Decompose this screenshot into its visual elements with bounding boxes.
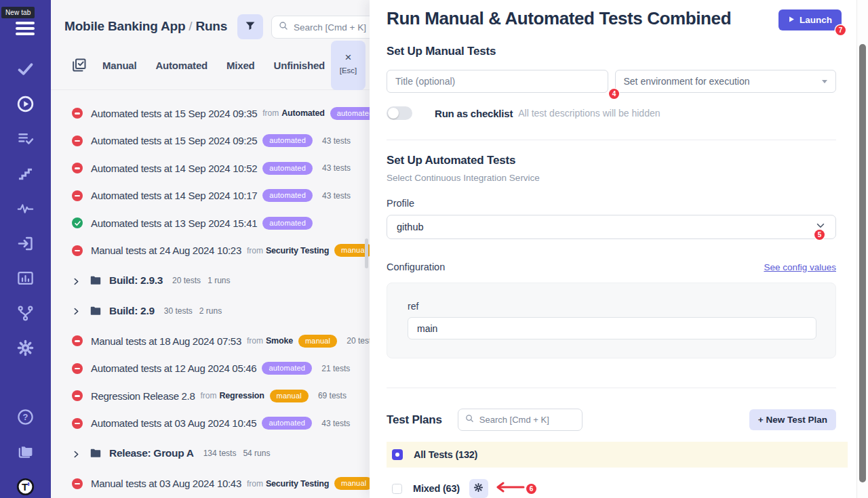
chevron-right-icon[interactable] [72,449,81,458]
runs-list: Automated tests at 15 Sep 2024 09:35from… [51,100,370,497]
see-config-values-link[interactable]: See config values [764,262,836,272]
select-all-icon[interactable] [71,57,87,73]
run-type-badge: manual [334,477,370,490]
list-scrollbar[interactable] [365,238,368,268]
new-test-plan-button[interactable]: + New Test Plan [749,409,836,430]
run-row[interactable]: Manual tests at 03 Aug 2024 10:43fromSec… [51,470,370,498]
chevron-right-icon[interactable] [72,276,81,285]
from-label: from [201,391,217,400]
run-title-input[interactable] [387,70,608,93]
tests-count: 134 tests [203,449,237,458]
settings-icon[interactable] [16,339,35,357]
profile-select[interactable]: github [387,215,836,239]
run-title: Manual tests at 03 Aug 2024 10:43 [91,478,241,489]
run-type-badge: manual [298,335,337,348]
run-title: Automated tests at 14 Sep 2024 10:52 [91,163,257,174]
run-row[interactable]: Automated tests at 03 Aug 2024 10:45auto… [51,410,370,438]
runs-count: 1 runs [208,276,230,285]
test-plan-row-all-tests[interactable]: All Tests (132) [387,442,848,468]
chevron-right-icon[interactable] [72,306,81,315]
checklist-row: Run as checklist All test descriptions w… [387,106,836,120]
environment-select[interactable]: Set environment for execution [615,70,837,93]
tests-count: 43 tests [322,191,351,201]
search-icon [278,20,289,34]
scrollbar-thumb[interactable] [859,44,866,482]
runs-list-panel: Mobile Banking App/Runs Manual Automated… [51,0,370,498]
run-play-icon[interactable] [16,95,35,113]
tab-bar: Manual Automated Mixed Unfinished × [Esc… [51,41,370,90]
ref-input[interactable] [408,317,816,339]
all-tests-checkbox[interactable] [392,449,403,460]
automated-section-heading: Set Up Automated Tests [387,154,836,167]
annotation-5: 5 [814,230,825,240]
close-icon: × [331,51,366,64]
activity-icon[interactable] [16,199,35,217]
run-row[interactable]: Automated tests at 14 Sep 2024 10:17auto… [51,182,370,210]
filter-button[interactable] [237,14,263,39]
run-row[interactable]: Automated tests at 12 Aug 2024 05:46auto… [51,355,370,383]
run-source: Security Testing [266,479,329,489]
launch-button[interactable]: Launch [778,9,842,30]
checklist-label: Run as checklist [435,108,513,119]
page-scrollbar[interactable] [856,0,868,498]
run-row[interactable]: Automated tests at 13 Sep 2024 15:41auto… [51,209,370,237]
status-failed-icon [72,478,83,489]
svg-text:?: ? [23,412,28,422]
run-setup-panel: Run Manual & Automated Tests Combined La… [370,0,856,498]
search-input[interactable] [294,22,370,33]
run-group-row[interactable]: Build: 2.930 tests2 runs [51,297,370,325]
menu-icon[interactable] [16,22,35,38]
tab-mixed[interactable]: Mixed [226,60,255,71]
branch-icon[interactable] [16,304,35,323]
runs-search[interactable] [271,16,370,39]
import-icon[interactable] [16,234,35,253]
steps-icon[interactable] [16,165,35,183]
gear-icon [473,482,484,495]
folder-icon [90,447,102,459]
close-panel-button[interactable]: × [Esc] [331,41,366,90]
run-row[interactable]: Automated tests at 14 Sep 2024 10:52auto… [51,154,370,182]
folder-icon [90,274,102,287]
group-title: Release: Group A [109,447,194,459]
run-group-row[interactable]: Release: Group A134 tests54 runs [51,440,370,468]
projects-icon[interactable] [16,442,35,461]
run-row[interactable]: Manual tests at 18 Aug 2024 07:53fromSmo… [51,327,370,355]
analytics-icon[interactable] [16,269,35,287]
breadcrumb-project[interactable]: Mobile Banking App [64,19,185,33]
status-failed-icon [72,163,83,173]
run-row[interactable]: Regression Release 2.8fromRegressionmanu… [51,382,370,410]
plan-label: Mixed (63) [413,483,460,494]
test-plans-icon[interactable] [16,129,35,148]
run-title: Automated tests at 15 Sep 2024 09:35 [91,108,257,119]
run-row[interactable]: Automated tests at 15 Sep 2024 09:35from… [51,100,370,127]
logo-icon[interactable]: T [16,478,35,496]
mixed-checkbox[interactable] [392,484,402,494]
breadcrumb-page[interactable]: Runs [195,19,227,33]
test-plans-search-input[interactable] [479,415,574,425]
help-icon[interactable]: ? [16,408,35,426]
run-as-checklist-toggle[interactable] [387,106,412,120]
status-passed-icon [72,217,83,228]
test-plans-search[interactable] [458,409,583,431]
tests-count: 20 tests [347,336,370,346]
status-failed-icon [72,245,83,256]
tests-count: 30 tests [164,306,193,316]
tests-count: 43 tests [321,419,350,428]
run-row[interactable]: Automated tests at 15 Sep 2024 09:25auto… [51,127,370,155]
tab-manual[interactable]: Manual [102,60,136,71]
tab-automated[interactable]: Automated [155,60,208,71]
test-plan-row-mixed[interactable]: Mixed (63) 6 [387,476,848,498]
plan-label: All Tests (132) [414,449,477,460]
run-type-badge: automated [262,189,313,202]
check-icon[interactable] [16,60,35,78]
automated-subtitle: Select Continuous Integration Service [387,173,836,183]
runs-count: 2 runs [199,306,222,316]
test-plans-heading: Test Plans [387,413,442,427]
run-row[interactable]: Manual tests at 24 Aug 2024 10:23fromSec… [51,237,370,265]
run-type-badge: automated [262,162,313,175]
tab-unfinished[interactable]: Unfinished [274,60,326,71]
run-group-row[interactable]: Build: 2.9.320 tests1 runs [51,267,370,295]
status-failed-icon [72,335,83,346]
new-tab-tooltip: New tab [1,7,35,18]
plan-settings-button[interactable] [469,479,488,498]
